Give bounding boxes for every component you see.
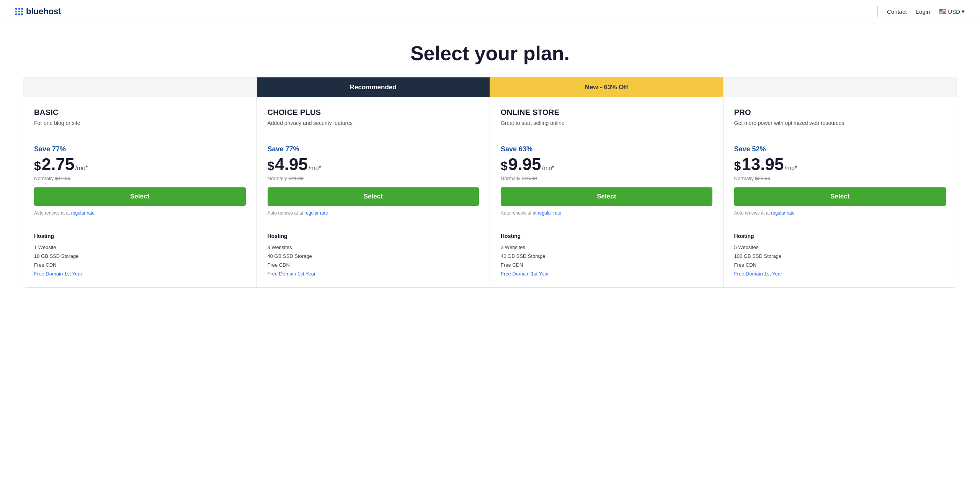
select-button-choice-plus[interactable]: Select	[268, 187, 479, 206]
plan-badge-pro	[724, 77, 957, 97]
site-header: bluehost Contact Login 🇺🇸 USD ▾	[0, 0, 980, 23]
feature-item: 40 GB SSD Storage	[501, 252, 712, 261]
feature-item: 1 Website	[34, 243, 246, 252]
plan-price-row-online-store: $ 9.95 /mo*	[501, 155, 712, 174]
feature-item: Free CDN	[34, 261, 246, 269]
plan-card-pro: PRO Get more power with optimized web re…	[724, 77, 957, 287]
logo-text: bluehost	[26, 7, 61, 16]
feature-item: Free CDN	[501, 261, 712, 269]
features-heading-choice-plus: Hosting	[268, 233, 479, 239]
plan-badge-choice-plus: Recommended	[257, 77, 490, 97]
feature-item: 3 Websites	[268, 243, 479, 252]
auto-renew-basic: Auto renews at at regular rate	[34, 210, 246, 216]
plan-features-basic: Hosting 1 Website10 GB SSD StorageFree C…	[34, 225, 246, 278]
feature-item: Free CDN	[268, 261, 479, 269]
auto-renew-choice-plus: Auto renews at at regular rate	[268, 210, 479, 216]
plan-desc-choice-plus: Added privacy and security features	[268, 119, 479, 138]
contact-link[interactable]: Contact	[887, 8, 907, 15]
plan-features-online-store: Hosting 3 Websites40 GB SSD StorageFree …	[501, 225, 712, 278]
plan-card-choice-plus: Recommended CHOICE PLUS Added privacy an…	[257, 77, 490, 287]
regular-rate-link-choice-plus[interactable]: regular rate	[304, 210, 328, 216]
logo[interactable]: bluehost	[15, 7, 61, 16]
logo-grid-icon	[15, 8, 23, 15]
plan-card-basic: BASIC For one blog or site Save 77% $ 2.…	[23, 77, 257, 287]
plan-price-mo-basic: /mo*	[75, 165, 88, 172]
plan-normal-price-basic: Normally $11.99	[34, 175, 246, 181]
plan-save-online-store: Save 63%	[501, 145, 712, 153]
plan-desc-pro: Get more power with optimized web resour…	[734, 119, 946, 138]
login-link[interactable]: Login	[916, 8, 930, 15]
plan-price-dollar-basic: $	[34, 159, 41, 173]
plan-normal-price-online-store: Normally $26.99	[501, 175, 712, 181]
auto-renew-pro: Auto renews at at regular rate	[734, 210, 946, 216]
plan-price-amount-pro: 13.95	[742, 155, 784, 174]
feature-item: 10 GB SSD Storage	[34, 252, 246, 261]
plan-card-online-store: New - 63% Off ONLINE STORE Great to star…	[490, 77, 724, 287]
plan-price-dollar-online-store: $	[501, 159, 508, 173]
plan-save-pro: Save 52%	[734, 145, 946, 153]
plan-price-mo-online-store: /mo*	[542, 165, 554, 172]
feature-item: 5 Websites	[734, 243, 946, 252]
plan-name-online-store: ONLINE STORE	[501, 108, 712, 117]
features-heading-online-store: Hosting	[501, 233, 712, 239]
pricing-section: BASIC For one blog or site Save 77% $ 2.…	[0, 77, 980, 311]
plan-name-choice-plus: CHOICE PLUS	[268, 108, 479, 117]
currency-selector[interactable]: 🇺🇸 USD ▾	[939, 8, 965, 15]
plan-desc-online-store: Great to start selling online	[501, 119, 712, 138]
plans-grid: BASIC For one blog or site Save 77% $ 2.…	[23, 77, 957, 288]
page-title-section: Select your plan.	[0, 23, 980, 77]
plan-price-row-choice-plus: $ 4.95 /mo*	[268, 155, 479, 174]
plan-features-pro: Hosting 5 Websites100 GB SSD StorageFree…	[734, 225, 946, 278]
feature-item: 40 GB SSD Storage	[268, 252, 479, 261]
feature-item[interactable]: Free Domain 1st Year	[501, 269, 712, 278]
page-title: Select your plan.	[8, 42, 972, 65]
regular-rate-link-basic[interactable]: regular rate	[71, 210, 95, 216]
plan-normal-price-pro: Normally $28.99	[734, 175, 946, 181]
feature-item[interactable]: Free Domain 1st Year	[268, 269, 479, 278]
plan-price-amount-online-store: 9.95	[508, 155, 541, 174]
feature-item[interactable]: Free Domain 1st Year	[34, 269, 246, 278]
select-button-basic[interactable]: Select	[34, 187, 246, 206]
plan-desc-basic: For one blog or site	[34, 119, 246, 138]
select-button-pro[interactable]: Select	[734, 187, 946, 206]
regular-rate-link-online-store[interactable]: regular rate	[538, 210, 561, 216]
plan-price-dollar-pro: $	[734, 159, 741, 173]
plan-price-row-pro: $ 13.95 /mo*	[734, 155, 946, 174]
plan-features-choice-plus: Hosting 3 Websites40 GB SSD StorageFree …	[268, 225, 479, 278]
plan-save-basic: Save 77%	[34, 145, 246, 153]
plan-name-basic: BASIC	[34, 108, 246, 117]
plan-price-mo-choice-plus: /mo*	[309, 165, 321, 172]
features-heading-pro: Hosting	[734, 233, 946, 239]
select-button-online-store[interactable]: Select	[501, 187, 712, 206]
feature-item: 3 Websites	[501, 243, 712, 252]
plan-badge-basic	[23, 77, 256, 97]
flag-icon: 🇺🇸	[939, 8, 946, 15]
auto-renew-online-store: Auto renews at at regular rate	[501, 210, 712, 216]
plan-name-pro: PRO	[734, 108, 946, 117]
chevron-down-icon: ▾	[962, 8, 965, 15]
plan-badge-online-store: New - 63% Off	[490, 77, 723, 97]
currency-label: USD	[948, 8, 960, 15]
feature-item: 100 GB SSD Storage	[734, 252, 946, 261]
header-divider	[877, 6, 878, 17]
features-heading-basic: Hosting	[34, 233, 246, 239]
header-nav: Contact Login 🇺🇸 USD ▾	[877, 6, 965, 17]
regular-rate-link-pro[interactable]: regular rate	[771, 210, 794, 216]
plan-price-amount-basic: 2.75	[42, 155, 75, 174]
plan-price-row-basic: $ 2.75 /mo*	[34, 155, 246, 174]
plan-price-dollar-choice-plus: $	[268, 159, 274, 173]
plan-normal-price-choice-plus: Normally $21.99	[268, 175, 479, 181]
feature-item[interactable]: Free Domain 1st Year	[734, 269, 946, 278]
plan-price-mo-pro: /mo*	[784, 165, 797, 172]
feature-item: Free CDN	[734, 261, 946, 269]
plan-price-amount-choice-plus: 4.95	[275, 155, 308, 174]
plan-save-choice-plus: Save 77%	[268, 145, 479, 153]
